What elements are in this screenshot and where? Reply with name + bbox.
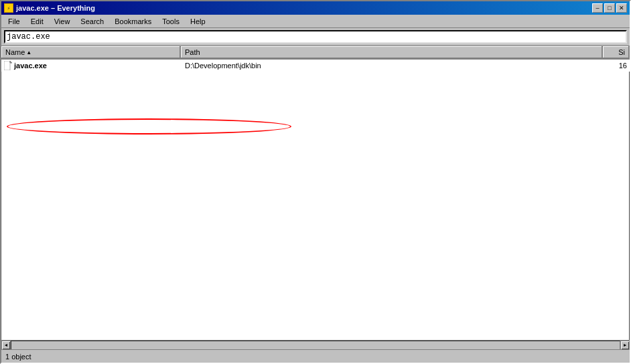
menu-file[interactable]: File — [3, 16, 25, 27]
col-header-size[interactable]: Si — [603, 46, 630, 59]
horizontal-scrollbar: ◄ ► — [1, 340, 630, 349]
table-row-right[interactable]: D:\Development\jdk\bin 16 — [181, 60, 630, 72]
maximize-button[interactable]: □ — [604, 3, 615, 13]
title-bar-left: ⚡ javac.exe – Everything — [4, 3, 95, 13]
minimize-button[interactable]: – — [592, 3, 603, 13]
scroll-left-button[interactable]: ◄ — [1, 341, 11, 350]
exe-file-icon — [4, 61, 12, 70]
close-button[interactable]: ✕ — [616, 3, 627, 13]
scroll-right-button[interactable]: ► — [620, 341, 630, 350]
right-pane: D:\Development\jdk\bin 16 — [181, 60, 630, 72]
app-icon: ⚡ — [4, 3, 13, 13]
file-icon — [4, 61, 12, 70]
main-window: ⚡ javac.exe – Everything – □ ✕ File Edit… — [0, 0, 631, 364]
status-text: 1 object — [5, 353, 31, 361]
menu-tools[interactable]: Tools — [157, 16, 185, 27]
search-bar — [1, 28, 630, 46]
menu-bookmarks[interactable]: Bookmarks — [109, 16, 157, 27]
table-area: javac.exe D:\Development\jdk\bin 16 — [1, 60, 630, 340]
result-filename: javac.exe — [14, 62, 47, 70]
annotation-overlay — [7, 118, 291, 134]
menu-bar: File Edit View Search Bookmarks Tools He… — [1, 15, 630, 28]
window-title: javac.exe – Everything — [16, 4, 95, 12]
window-controls: – □ ✕ — [592, 3, 627, 13]
main-content: Name ▲ Path Si — [1, 46, 630, 349]
result-path: D:\Development\jdk\bin — [181, 62, 603, 70]
svg-marker-1 — [10, 61, 12, 63]
sort-arrow: ▲ — [26, 50, 31, 56]
menu-search[interactable]: Search — [75, 16, 109, 27]
column-headers: Name ▲ Path Si — [1, 46, 630, 60]
title-bar: ⚡ javac.exe – Everything – □ ✕ — [1, 1, 630, 15]
svg-rect-0 — [4, 61, 10, 70]
menu-view[interactable]: View — [49, 16, 76, 27]
col-header-path[interactable]: Path — [181, 46, 603, 59]
search-input[interactable] — [4, 30, 627, 43]
name-pane: javac.exe — [1, 60, 181, 72]
col-header-name[interactable]: Name ▲ — [1, 46, 181, 59]
table-row[interactable]: javac.exe — [1, 60, 181, 72]
status-bar: 1 object — [1, 349, 630, 363]
menu-edit[interactable]: Edit — [25, 16, 49, 27]
result-size: 16 — [603, 62, 630, 70]
data-rows-area: javac.exe D:\Development\jdk\bin 16 — [1, 60, 630, 72]
menu-help[interactable]: Help — [185, 16, 211, 27]
scroll-track[interactable] — [11, 341, 620, 350]
